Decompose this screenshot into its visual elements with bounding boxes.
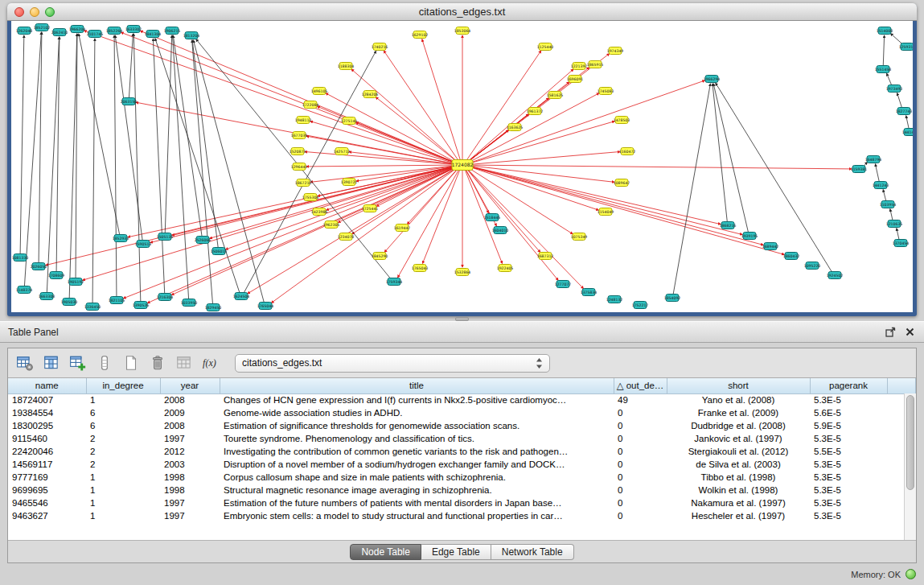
- graph-node[interactable]: 1075349: [571, 233, 588, 241]
- cell-short[interactable]: Tibbo et al. (1998): [667, 471, 810, 484]
- graph-node[interactable]: 1829450: [205, 304, 222, 311]
- cell-name[interactable]: 9777169: [8, 471, 86, 484]
- graph-node[interactable]: 1624504: [233, 293, 250, 300]
- cell-out_degree[interactable]: 0: [614, 509, 667, 522]
- graph-node[interactable]: 1518445: [484, 214, 501, 221]
- graph-node[interactable]: 1441243: [873, 182, 889, 189]
- graph-node[interactable]: 1961372: [527, 108, 544, 115]
- cell-short[interactable]: Stergiakouli et al. (2012): [667, 445, 810, 458]
- graph-node[interactable]: 1722084: [302, 101, 319, 109]
- table-scrollbar[interactable]: [904, 393, 916, 540]
- close-window-icon[interactable]: [14, 7, 24, 17]
- graph-node[interactable]: 1865915: [587, 61, 604, 68]
- cell-short[interactable]: Hescheler et al. (1997): [667, 509, 810, 522]
- graph-node[interactable]: 1375834: [581, 289, 598, 296]
- graph-edge[interactable]: [56, 37, 60, 272]
- graph-edge[interactable]: [147, 167, 458, 303]
- graph-node[interactable]: 1821105: [109, 297, 125, 304]
- graph-node[interactable]: 1629102: [412, 31, 429, 39]
- column-header-name[interactable]: name: [8, 378, 86, 393]
- graph-node[interactable]: 1765043: [412, 265, 429, 272]
- tab-edge-table[interactable]: Edge Table: [421, 544, 491, 560]
- tab-node-table[interactable]: Node Table: [350, 544, 421, 560]
- graph-node[interactable]: 1813204: [183, 32, 200, 39]
- graph-edge[interactable]: [271, 167, 458, 303]
- table-row[interactable]: 2242004622012Investigating the contribut…: [8, 445, 916, 458]
- select-columns-icon[interactable]: [41, 352, 62, 373]
- graph-node[interactable]: 1689442: [762, 243, 779, 250]
- graph-node[interactable]: 1867210: [295, 179, 312, 187]
- graph-node[interactable]: 1677035: [291, 132, 308, 139]
- graph-node[interactable]: 1370454: [893, 240, 910, 247]
- cell-out_degree[interactable]: 49: [614, 393, 667, 406]
- cell-in_degree[interactable]: 6: [86, 419, 160, 432]
- graph-node[interactable]: 1966204: [69, 26, 86, 33]
- cell-out_degree[interactable]: 0: [614, 484, 667, 496]
- graph-node[interactable]: 1148374: [16, 286, 33, 294]
- cell-in_degree[interactable]: 1: [86, 393, 160, 406]
- graph-node[interactable]: 1765044: [257, 303, 274, 310]
- cell-title[interactable]: Corpus callosum shape and size in male p…: [220, 471, 614, 484]
- scrollbar-thumb[interactable]: [906, 395, 914, 490]
- cell-in_degree[interactable]: 6: [86, 406, 160, 419]
- graph-edge[interactable]: [92, 39, 95, 303]
- table-row[interactable]: 977716911998Corpus callosum shape and si…: [8, 471, 916, 484]
- graph-node[interactable]: 1852933: [113, 235, 129, 242]
- graph-node[interactable]: 1853064: [454, 27, 471, 35]
- new-table-icon[interactable]: [121, 352, 142, 373]
- merge-table-icon[interactable]: [174, 352, 195, 373]
- minimize-window-icon[interactable]: [30, 7, 39, 17]
- graph-node[interactable]: 1663308: [39, 293, 55, 300]
- graph-node[interactable]: 1159381: [851, 166, 868, 173]
- cell-year[interactable]: 1997: [160, 496, 220, 509]
- graph-node[interactable]: 1216304: [157, 294, 174, 301]
- cell-out_degree[interactable]: 0: [614, 445, 667, 458]
- cell-pagerank[interactable]: 5.3E-5: [810, 458, 887, 471]
- graph-edge[interactable]: [890, 209, 893, 221]
- graph-node[interactable]: 1210635: [886, 220, 903, 228]
- graph-node[interactable]: 1160472: [619, 148, 636, 155]
- graph-node[interactable]: 1505135: [157, 233, 174, 241]
- graph-node[interactable]: 2062410: [51, 29, 68, 36]
- cell-in_degree[interactable]: 1: [86, 471, 160, 484]
- graph-node[interactable]: 1868216: [720, 222, 737, 229]
- graph-node[interactable]: 1296441: [291, 163, 308, 171]
- cell-short[interactable]: Yano et al. (2008): [667, 393, 810, 406]
- graph-node[interactable]: 1248132: [606, 296, 623, 303]
- graph-node[interactable]: 1845290: [372, 253, 388, 260]
- cell-out_degree[interactable]: 0: [614, 458, 667, 471]
- graph-node[interactable]: 1860432: [783, 253, 800, 260]
- graph-edge[interactable]: [467, 166, 742, 235]
- cell-year[interactable]: 1998: [160, 471, 220, 484]
- cell-short[interactable]: Wolkin et al. (1998): [667, 484, 810, 496]
- graph-node[interactable]: 1496105: [311, 88, 328, 95]
- graph-node[interactable]: 1551458: [875, 66, 892, 73]
- graph-edge[interactable]: [897, 93, 902, 109]
- cell-short[interactable]: Nakamura et al. (1997): [667, 496, 810, 509]
- table-selector-dropdown[interactable]: citations_edges.txt: [235, 354, 550, 373]
- graph-node[interactable]: 2526066: [195, 237, 211, 244]
- graph-node[interactable]: 1604010: [492, 227, 509, 234]
- graph-edge[interactable]: [133, 34, 141, 302]
- graph-node[interactable]: 1854092: [664, 295, 681, 302]
- graph-node[interactable]: 1687312: [537, 253, 554, 260]
- close-panel-icon[interactable]: [906, 328, 914, 336]
- function-builder-icon[interactable]: f(x): [200, 352, 221, 373]
- column-header-in_degree[interactable]: in_degree: [86, 378, 160, 393]
- graph-node[interactable]: 1390721: [341, 179, 358, 186]
- graph-node[interactable]: 1905030: [61, 299, 78, 306]
- cell-title[interactable]: Embryonic stem cells: a model to study s…: [220, 509, 614, 522]
- graph-node[interactable]: 1275141: [341, 117, 358, 125]
- table-row[interactable]: 1938455462009Genome-wide association stu…: [8, 406, 916, 419]
- graph-node[interactable]: 1514008: [877, 27, 893, 35]
- cell-year[interactable]: 2008: [160, 419, 220, 432]
- window-titlebar[interactable]: citations_edges.txt: [7, 3, 917, 21]
- graph-node[interactable]: 1259313: [899, 43, 913, 51]
- graph-node[interactable]: 1752217: [632, 302, 649, 309]
- graph-edge[interactable]: [875, 164, 879, 182]
- graph-node[interactable]: 1581625: [547, 92, 564, 99]
- graph-edge[interactable]: [422, 168, 460, 264]
- graph-node[interactable]: 1095220: [804, 262, 821, 270]
- column-header-pagerank[interactable]: pagerank: [810, 378, 887, 393]
- graph-node[interactable]: 1827743: [896, 108, 913, 115]
